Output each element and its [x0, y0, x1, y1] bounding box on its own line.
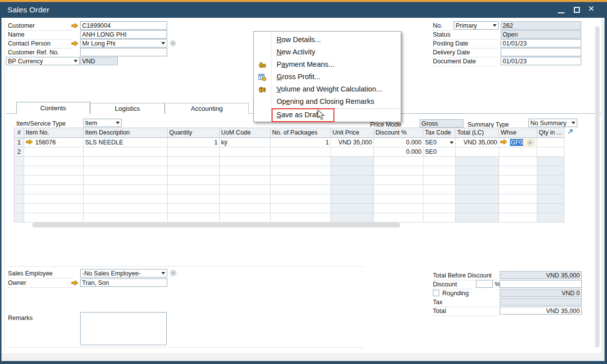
cell-unit-price[interactable] — [331, 204, 374, 213]
cell-tax-code[interactable]: SE0 — [423, 138, 456, 147]
cell-item-description[interactable] — [84, 157, 168, 166]
cell-uom-code[interactable] — [220, 147, 271, 157]
contact-person-link-arrow-icon[interactable] — [71, 41, 79, 48]
horizontal-scrollbar-thumb[interactable] — [32, 223, 400, 228]
cell-unit-price[interactable] — [331, 176, 374, 185]
cell-uom-code[interactable] — [220, 213, 271, 223]
cell-item-no[interactable] — [24, 213, 84, 223]
cell-uom-code[interactable] — [220, 204, 271, 213]
bp-currency-select[interactable]: BP Currency — [6, 57, 80, 65]
cell-item-description[interactable] — [84, 185, 168, 194]
choose-from-list-icon[interactable] — [170, 40, 176, 48]
name-field[interactable]: ANH LONG PHI — [80, 30, 167, 39]
cell-uom-code[interactable]: ký — [220, 138, 271, 147]
delivery-date-field[interactable] — [501, 48, 581, 56]
cell-no-of-packages[interactable] — [271, 147, 331, 157]
cell-tax-code[interactable] — [423, 166, 456, 176]
cell-total-lc[interactable] — [456, 185, 499, 194]
cell-item-no[interactable] — [24, 147, 84, 157]
cell-quantity[interactable] — [168, 213, 220, 223]
cell-tax-code[interactable] — [423, 157, 456, 166]
cell-no-of-packages[interactable] — [271, 176, 331, 185]
cell-item-description[interactable] — [84, 147, 168, 157]
cell-unit-price[interactable] — [331, 194, 374, 204]
cell-tax-code[interactable] — [423, 194, 456, 204]
menu-item-row-details[interactable]: Row Details... — [254, 34, 400, 46]
cell-no-of-packages[interactable] — [271, 213, 331, 223]
cell-discount-pct[interactable] — [374, 157, 423, 166]
cell-qty-in[interactable] — [537, 166, 564, 176]
cell-discount-pct[interactable]: 0.000 — [374, 147, 423, 157]
cell-total-lc[interactable] — [456, 176, 499, 185]
menu-item-gross-profit[interactable]: Gross Profit... — [254, 71, 400, 83]
menu-item-volume-and-weight-calculation[interactable]: Volume and Weight Calculation... — [254, 83, 400, 95]
choose-from-list-icon[interactable] — [527, 139, 533, 146]
customer-link-arrow-icon[interactable] — [71, 23, 79, 30]
vertical-scrollbar-thumb[interactable] — [595, 26, 600, 348]
cell-total-lc[interactable]: VND 35,000 — [456, 138, 499, 147]
menu-item-payment-means[interactable]: Payment Means... — [254, 58, 400, 71]
cell-total-lc[interactable] — [456, 204, 499, 213]
cell-whse[interactable] — [499, 176, 537, 185]
cell-unit-price[interactable]: VND 35,000 — [331, 138, 374, 147]
cell-item-no[interactable] — [24, 185, 84, 194]
cell-uom-code[interactable] — [220, 194, 271, 204]
cell-qty-in[interactable] — [537, 213, 564, 223]
cell-discount-pct[interactable] — [374, 166, 423, 176]
choose-from-list-icon[interactable] — [170, 270, 177, 278]
discount-amount-field[interactable] — [500, 280, 582, 288]
document-date-field[interactable]: 01/01/23 — [501, 57, 581, 65]
cell-qty-in[interactable] — [537, 157, 564, 166]
cell-total-lc[interactable] — [456, 166, 499, 176]
tab-contents[interactable]: Contents — [16, 102, 90, 114]
cell-item-no[interactable] — [24, 157, 84, 166]
cell-discount-pct[interactable] — [374, 204, 423, 213]
cell-qty-in[interactable] — [537, 147, 564, 157]
cell-total-lc[interactable] — [456, 157, 499, 166]
cell-item-description[interactable] — [84, 194, 168, 204]
cell-quantity[interactable] — [168, 166, 220, 176]
cell-uom-code[interactable] — [220, 176, 271, 185]
cell-tax-code[interactable] — [423, 176, 456, 185]
cell-tax-code[interactable] — [423, 213, 456, 223]
discount-percent-input[interactable] — [476, 280, 493, 288]
cell-item-description[interactable] — [84, 176, 168, 185]
tab-accounting[interactable]: Accounting — [165, 103, 249, 114]
cell-item-no[interactable] — [24, 176, 84, 185]
cell-quantity[interactable] — [168, 157, 220, 166]
rounding-checkbox[interactable] — [433, 290, 439, 296]
link-arrow-icon[interactable] — [71, 280, 79, 287]
cell-quantity[interactable] — [168, 185, 220, 194]
cell-item-no[interactable] — [24, 194, 84, 204]
cell-whse[interactable] — [499, 185, 537, 194]
cell-whse[interactable] — [499, 147, 537, 157]
expand-grid-button[interactable] — [567, 128, 574, 136]
cell-quantity[interactable] — [168, 204, 220, 213]
cell-item-no[interactable]: 156076 — [24, 138, 84, 147]
link-arrow-icon[interactable] — [500, 139, 508, 146]
customer-ref-no-field[interactable] — [80, 48, 167, 56]
cell-item-no[interactable] — [24, 204, 84, 213]
maximize-button[interactable] — [573, 6, 582, 15]
cell-unit-price[interactable] — [331, 147, 374, 157]
cell-unit-price[interactable] — [331, 157, 374, 166]
cell-qty-in[interactable] — [537, 204, 564, 213]
cell-whse[interactable] — [499, 194, 537, 204]
whse-edit-cell[interactable]: GF0 — [509, 138, 536, 146]
minimize-button[interactable] — [557, 6, 566, 15]
cell-uom-code[interactable] — [220, 166, 271, 176]
contact-person-field[interactable]: Mr Long Phi — [80, 39, 167, 47]
tab-logistics[interactable]: Logistics — [90, 103, 165, 114]
cell-whse[interactable] — [499, 213, 537, 223]
cell-qty-in[interactable] — [537, 185, 564, 194]
remarks-textarea[interactable] — [80, 312, 167, 345]
cell-whse[interactable] — [499, 204, 537, 213]
cell-whse[interactable] — [499, 166, 537, 176]
item-service-type-select[interactable]: Item — [83, 119, 122, 127]
cell-quantity[interactable] — [168, 147, 220, 157]
cell-tax-code[interactable]: SE0 — [423, 147, 456, 157]
summary-type-select[interactable]: No Summary — [528, 119, 577, 127]
cell-quantity[interactable] — [168, 194, 220, 204]
cell-discount-pct[interactable] — [374, 194, 423, 204]
menu-item-opening-and-closing-remarks[interactable]: Opening and Closing Remarks — [254, 95, 400, 108]
